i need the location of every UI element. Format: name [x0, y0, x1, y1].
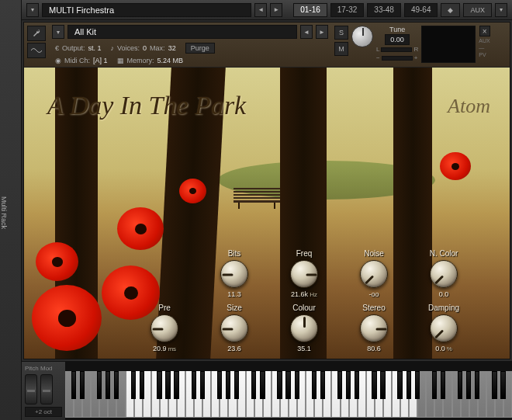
knob-dial[interactable] [360, 260, 388, 288]
black-key[interactable] [312, 371, 317, 399]
black-key[interactable] [380, 371, 385, 399]
black-key[interactable] [458, 371, 462, 399]
prev-kit-button[interactable]: ◄ [300, 25, 313, 39]
mod-wheel[interactable] [40, 374, 53, 404]
black-key[interactable] [415, 371, 420, 399]
max-label: Max: [150, 44, 165, 52]
page-49-64[interactable]: 49-64 [404, 3, 438, 17]
minimize-icon[interactable]: — [479, 45, 490, 50]
black-key[interactable] [131, 371, 136, 399]
multi-dropdown-arrow[interactable]: ▾ [26, 3, 39, 17]
aux-button[interactable]: AUX [463, 3, 492, 17]
top-bar: ▾ MULTI Firchestra ◄ ► 01-16 17-32 33-48… [22, 0, 512, 20]
instrument-title: A Day In The Park [47, 91, 246, 120]
black-key[interactable] [260, 371, 265, 399]
next-kit-button[interactable]: ► [316, 25, 328, 39]
aux-dropdown[interactable]: ▾ [495, 3, 507, 17]
knob-size: Size23.6 [210, 304, 258, 352]
black-key[interactable] [466, 371, 471, 399]
multi-name[interactable]: MULTI Firchestra [42, 3, 251, 17]
octave-indicator[interactable]: +2 oct [25, 407, 62, 417]
knob-dial[interactable] [290, 260, 318, 288]
black-key[interactable] [355, 371, 359, 399]
knob-stereo: Stereo80.6 [350, 304, 398, 352]
mute-button[interactable]: M [334, 42, 348, 56]
black-key[interactable] [397, 371, 402, 399]
black-key[interactable] [71, 371, 76, 399]
purge-button[interactable]: Purge [185, 43, 215, 54]
black-key[interactable] [80, 371, 85, 399]
rack-label: Multi Rack [0, 0, 22, 420]
close-button[interactable]: × [479, 26, 490, 36]
knob-label: Noise [364, 249, 384, 258]
output-label: € [55, 44, 59, 52]
knob-damping: Damping0.0% [420, 304, 468, 352]
midi-value[interactable]: [A] 1 [93, 57, 108, 64]
black-key[interactable] [192, 371, 196, 399]
black-key[interactable] [372, 371, 376, 399]
black-key[interactable] [234, 371, 239, 399]
black-key[interactable] [157, 371, 161, 399]
knob-row-2: Pre20.9msSize23.6Colour35.1Stereo80.6Dam… [140, 304, 468, 352]
black-key[interactable] [140, 371, 144, 399]
waveform-button[interactable] [27, 43, 46, 58]
keyboard-section: Pitch Mod +2 oct [22, 361, 512, 420]
black-key[interactable] [200, 371, 205, 399]
page-17-32[interactable]: 17-32 [330, 3, 365, 17]
knob-dial[interactable] [360, 314, 388, 342]
black-key[interactable] [441, 371, 445, 399]
tune-value[interactable]: 0.00 [385, 34, 410, 45]
black-key[interactable] [251, 371, 256, 399]
next-multi-button[interactable]: ► [270, 3, 282, 17]
tune-knob[interactable] [351, 26, 373, 47]
kit-dropdown-arrow[interactable]: ▾ [52, 25, 64, 39]
black-key[interactable] [226, 371, 230, 399]
solo-button[interactable]: S [334, 26, 348, 40]
black-key[interactable] [285, 371, 290, 399]
page-01-16[interactable]: 01-16 [293, 3, 327, 17]
black-key[interactable] [475, 371, 479, 399]
black-key[interactable] [277, 371, 282, 399]
black-key[interactable] [217, 371, 222, 399]
black-key[interactable] [295, 371, 299, 399]
page-33-48[interactable]: 33-48 [367, 3, 401, 17]
knob-pre: Pre20.9ms [140, 304, 189, 352]
black-key[interactable] [106, 371, 110, 399]
black-key[interactable] [97, 371, 102, 399]
tune-label: Tune [389, 26, 405, 33]
black-key[interactable] [500, 371, 505, 399]
max-value[interactable]: 32 [168, 44, 176, 52]
black-key[interactable] [114, 371, 119, 399]
black-key[interactable] [492, 371, 496, 399]
voices-value: 0 [143, 44, 147, 52]
wrench-icon [32, 29, 41, 38]
knob-dial[interactable] [150, 314, 178, 342]
knob-dial[interactable] [430, 260, 458, 288]
knob-dial[interactable] [430, 314, 458, 342]
vol-max: + [414, 54, 418, 61]
knob-dial[interactable] [220, 314, 248, 342]
black-key[interactable] [165, 371, 170, 399]
pan-slider[interactable] [381, 47, 412, 52]
black-key[interactable] [432, 371, 437, 399]
black-key[interactable] [174, 371, 178, 399]
knob-dial[interactable] [220, 260, 248, 288]
voices-label: Voices: [117, 44, 140, 52]
knob-dial[interactable] [290, 314, 318, 342]
black-key[interactable] [320, 371, 325, 399]
aux-tag[interactable]: AUX [479, 38, 490, 43]
waveform-icon [31, 47, 42, 54]
black-key[interactable] [337, 371, 342, 399]
pitch-wheel[interactable] [25, 374, 37, 404]
output-value[interactable]: st. 1 [88, 44, 102, 52]
black-key[interactable] [346, 371, 351, 399]
knob-noise: Noise-oo [350, 249, 398, 298]
kit-name[interactable]: All Kit [67, 25, 297, 39]
kontakt-icon[interactable]: ◆ [441, 3, 460, 17]
black-key[interactable] [406, 371, 411, 399]
wrench-button[interactable] [27, 26, 46, 41]
prev-multi-button[interactable]: ◄ [254, 3, 267, 17]
knob-value: -oo [368, 290, 379, 298]
pv-tag[interactable]: PV [479, 52, 490, 57]
volume-slider[interactable] [382, 56, 413, 61]
